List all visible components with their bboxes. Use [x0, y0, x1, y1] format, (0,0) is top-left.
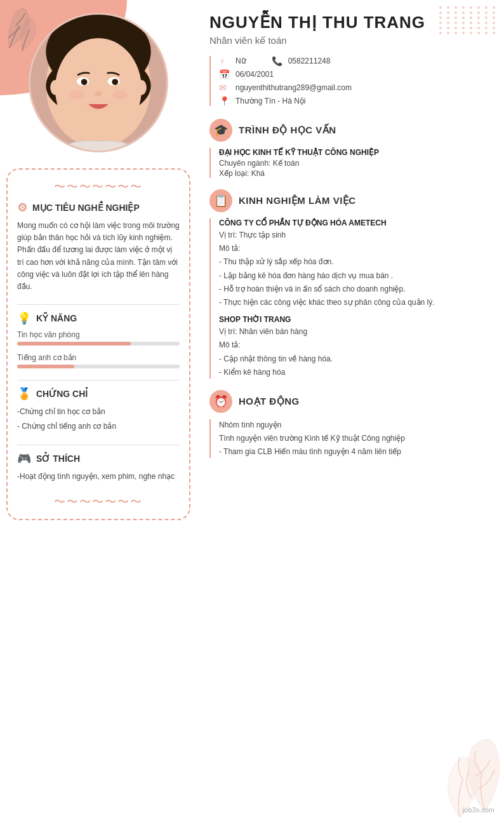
job-1: CÔNG TY CỔ PHẦN TỰ ĐỘNG HÓA AMETECH Vị t…: [219, 218, 488, 309]
skill-item-2: Tiếng anh cơ bản: [17, 353, 180, 368]
divider-3: [17, 445, 180, 445]
experience-header: 📋 KINH NGHIỆM LÀM VIỆC: [209, 189, 488, 212]
divider-2: [17, 380, 180, 380]
contact-email: ✉ nguyenthithutrang289@gmail.com: [219, 83, 488, 93]
certificate-item-2: - Chứng chỉ tiếng anh cơ bản: [17, 420, 180, 433]
svg-point-3: [55, 38, 142, 140]
career-goal-title: ⚙ MỤC TIÊU NGHỀ NGHIỆP: [17, 201, 180, 215]
calendar-icon: 📅: [219, 69, 230, 79]
hobbies-title: 🎮 SỞ THÍCH: [17, 452, 180, 466]
svg-point-9: [50, 80, 60, 95]
svg-point-12: [69, 91, 84, 100]
activities-header: ⏰ HOẠT ĐỘNG: [209, 390, 488, 413]
divider-1: [17, 304, 180, 305]
contact-address: 📍 Thường Tín - Hà Nội: [219, 96, 488, 106]
contact-vert-line: [209, 56, 211, 106]
skills-section: 💡 KỸ NĂNG Tin học văn phòng Tiếng anh cơ…: [17, 311, 180, 368]
contact-gender: ♀ Nữ 📞 0582211248: [219, 56, 488, 66]
left-column: 〜〜〜〜〜〜〜 ⚙ MỤC TIÊU NGHỀ NGHIỆP Mong muốn…: [0, 0, 197, 820]
experience-vert-line: [209, 218, 211, 379]
bulb-icon: 💡: [17, 311, 31, 325]
photo-area: [25, 13, 171, 159]
career-goal-content: Mong muốn có cơ hội làm việc trong môi t…: [17, 220, 180, 293]
certificate-item-1: -Chứng chỉ tin học cơ bản: [17, 406, 180, 418]
skill-bar-bg-2: [17, 365, 180, 368]
gamepad-icon: 🎮: [17, 452, 31, 466]
job-2: SHOP THỜI TRANG Vị trí: Nhân viên bán hà…: [219, 315, 488, 379]
experience-section: 📋 KINH NGHIỆM LÀM VIỆC CÔNG TY CỔ PHẦN T…: [209, 189, 488, 379]
skill-item-1: Tin học văn phòng: [17, 330, 180, 346]
contact-dob: 📅 06/04/2001: [219, 69, 488, 79]
svg-point-8: [95, 91, 102, 97]
skill-bar-fill-2: [17, 365, 74, 368]
svg-point-13: [112, 91, 127, 100]
candidate-job-title: Nhân viên kế toán: [209, 35, 488, 46]
education-section: 🎓 TRÌNH ĐỘ HỌC VẤN ĐẠI HỌC KINH TẾ KỸ TH…: [209, 119, 488, 178]
watermark: job3s.com: [463, 806, 494, 814]
leaf-top-left: [3, 3, 41, 57]
skill-bar-bg-1: [17, 342, 180, 346]
certificates-title: 🏅 CHỨNG CHỈ: [17, 387, 180, 401]
email-icon: ✉: [219, 83, 230, 93]
candidate-name: NGUYỄN THỊ THU TRANG: [209, 13, 488, 32]
resume-page: 〜〜〜〜〜〜〜 ⚙ MỤC TIÊU NGHỀ NGHIỆP Mong muốn…: [0, 0, 504, 820]
wavy-decoration-top: 〜〜〜〜〜〜〜: [17, 179, 180, 194]
svg-point-6: [81, 79, 88, 85]
certificates-section: 🏅 CHỨNG CHỈ -Chứng chỉ tin học cơ bản - …: [17, 387, 180, 433]
hobbies-section: 🎮 SỞ THÍCH -Hoạt động tình nguyện, xem p…: [17, 452, 180, 483]
briefcase-icon: 📋: [209, 189, 232, 212]
activities-body: Nhóm tình nguyện Tình nguyện viên trường…: [209, 419, 488, 459]
education-header: 🎓 TRÌNH ĐỘ HỌC VẤN: [209, 119, 488, 142]
gender-icon: ♀: [219, 56, 230, 66]
svg-point-7: [112, 79, 118, 85]
skills-title: 💡 KỸ NĂNG: [17, 311, 180, 325]
experience-body: CÔNG TY CỔ PHẦN TỰ ĐỘNG HÓA AMETECH Vị t…: [209, 218, 488, 379]
hobbies-content: -Hoạt động tình nguyện, xem phim, nghe n…: [17, 471, 180, 483]
right-column: NGUYỄN THỊ THU TRANG Nhân viên kế toán ♀…: [197, 0, 504, 820]
career-goal-section: ⚙ MỤC TIÊU NGHỀ NGHIỆP Mong muốn có cơ h…: [17, 201, 180, 293]
contact-section: ♀ Nữ 📞 0582211248 📅 06/04/2001 ✉ nguyent…: [209, 56, 488, 106]
left-content-box: 〜〜〜〜〜〜〜 ⚙ MỤC TIÊU NGHỀ NGHIỆP Mong muốn…: [6, 168, 190, 520]
medal-icon: 🏅: [17, 387, 31, 401]
graduation-icon: 🎓: [209, 119, 232, 142]
skill-bar-fill-1: [17, 342, 131, 346]
clock-icon: ⏰: [209, 390, 232, 413]
education-vert-line: [209, 148, 211, 178]
activities-section: ⏰ HOẠT ĐỘNG Nhóm tình nguyện Tình nguyện…: [209, 390, 488, 459]
phone-icon: 📞: [272, 56, 283, 66]
gear-icon: ⚙: [17, 201, 27, 215]
education-body: ĐẠI HỌC KINH TẾ KỸ THUẬT CÔNG NGHIỆP Chu…: [209, 148, 488, 178]
location-icon: 📍: [219, 96, 230, 106]
svg-point-10: [136, 80, 147, 95]
candidate-photo: [29, 13, 168, 152]
activities-vert-line: [209, 419, 211, 459]
wavy-decoration-bottom: 〜〜〜〜〜〜〜: [17, 494, 180, 509]
